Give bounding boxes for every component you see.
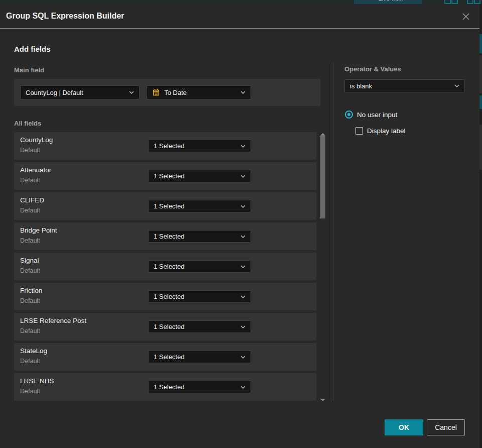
add-fields-heading: Add fields — [14, 45, 51, 53]
field-subtitle: Default — [20, 207, 40, 214]
field-name: CountyLog — [20, 136, 53, 144]
chevron-down-icon — [240, 175, 246, 178]
background-edge-block — [479, 55, 482, 93]
main-field-label: Main field — [14, 66, 44, 74]
field-row: Attenuator Default 1 Selected — [14, 162, 316, 190]
field-selected-dropdown[interactable]: 1 Selected — [148, 200, 251, 212]
calendar-icon — [152, 88, 160, 96]
main-field-date-value: To Date — [164, 89, 187, 96]
field-name: Attenuator — [20, 166, 51, 174]
background-edge-block — [479, 34, 482, 53]
main-field-source-dropdown[interactable]: CountyLog | Default — [20, 85, 140, 99]
field-name: Bridge Point — [20, 227, 57, 234]
scroll-down-button[interactable] — [320, 399, 325, 401]
field-row: StateLog Default 1 Selected — [14, 343, 316, 371]
chevron-down-icon — [240, 145, 246, 148]
close-button[interactable] — [460, 11, 471, 22]
field-name: LRSE Reference Post — [20, 317, 86, 324]
field-selected-dropdown-label: 1 Selected — [154, 353, 184, 361]
field-selected-dropdown[interactable]: 1 Selected — [148, 381, 251, 393]
field-selected-dropdown[interactable]: 1 Selected — [148, 320, 251, 333]
field-selected-dropdown-label: 1 Selected — [154, 263, 184, 270]
ok-button[interactable]: OK — [385, 419, 423, 435]
field-selected-dropdown-label: 1 Selected — [154, 202, 184, 210]
display-label-checkbox[interactable] — [355, 127, 363, 135]
field-selected-dropdown-label: 1 Selected — [154, 142, 184, 150]
main-field-date-dropdown[interactable]: To Date — [147, 85, 251, 99]
close-icon — [461, 12, 470, 21]
field-selected-dropdown[interactable]: 1 Selected — [148, 170, 251, 182]
field-row: Friction Default 1 Selected — [14, 283, 316, 310]
field-selected-dropdown-label: 1 Selected — [154, 323, 184, 330]
group-sql-expression-builder-dialog: Group SQL Expression Builder Add fields … — [0, 4, 479, 448]
chevron-down-icon — [240, 325, 246, 328]
background-edge-block — [479, 95, 482, 109]
field-row: Bridge Point Default 1 Selected — [14, 222, 316, 250]
field-name: StateLog — [20, 347, 47, 355]
field-name: CLIFED — [20, 196, 44, 204]
field-subtitle: Default — [20, 297, 40, 304]
background-panel-icon[interactable] — [467, 0, 473, 4]
field-subtitle: Default — [20, 177, 40, 184]
field-subtitle: Default — [20, 388, 40, 395]
scroll-up-button[interactable] — [320, 133, 325, 136]
field-selected-dropdown-label: 1 Selected — [154, 172, 184, 180]
all-fields-label: All fields — [14, 120, 41, 127]
no-user-input-label: No user input — [357, 111, 397, 119]
background-app-edge — [479, 4, 482, 448]
chevron-down-icon — [129, 91, 134, 94]
field-row: LRSE NHS Default 1 Selected — [14, 373, 316, 401]
field-selected-dropdown[interactable]: 1 Selected — [148, 290, 251, 303]
background-app-bar: Live view — [0, 0, 482, 4]
field-subtitle: Default — [20, 267, 40, 274]
chevron-down-icon — [454, 84, 459, 87]
cancel-button[interactable]: Cancel — [427, 419, 465, 435]
background-panel-icon[interactable] — [474, 0, 480, 4]
field-selected-dropdown[interactable]: 1 Selected — [148, 140, 251, 152]
field-subtitle: Default — [20, 358, 40, 365]
chevron-down-icon — [240, 235, 246, 238]
operator-values-label: Operator & Values — [344, 65, 401, 73]
field-subtitle: Default — [20, 237, 40, 244]
chevron-down-icon — [240, 205, 246, 208]
field-selected-dropdown-label: 1 Selected — [154, 233, 184, 240]
field-selected-dropdown[interactable]: 1 Selected — [148, 230, 251, 243]
background-panel-icon[interactable] — [444, 0, 451, 4]
field-row: CLIFED Default 1 Selected — [14, 192, 316, 220]
chevron-down-icon — [240, 265, 246, 268]
dialog-title-bar: Group SQL Expression Builder — [0, 4, 479, 29]
field-selected-dropdown-label: 1 Selected — [154, 293, 184, 300]
field-subtitle: Default — [20, 327, 40, 334]
live-view-button[interactable]: Live view — [354, 0, 422, 4]
all-fields-list: CountyLog Default 1 Selected Attenuator … — [14, 132, 316, 403]
main-field-source-value: CountyLog | Default — [26, 89, 83, 96]
section-divider — [333, 62, 333, 401]
field-name: Signal — [20, 257, 39, 264]
field-row: LRSE Reference Post Default 1 Selected — [14, 313, 316, 341]
chevron-down-icon — [240, 295, 246, 298]
field-selected-dropdown[interactable]: 1 Selected — [148, 351, 251, 363]
field-row: Signal Default 1 Selected — [14, 253, 316, 280]
chevron-down-icon — [240, 386, 246, 389]
field-selected-dropdown[interactable]: 1 Selected — [148, 260, 251, 273]
live-view-label: Live view — [379, 0, 403, 2]
display-label-label: Display label — [367, 127, 406, 135]
background-panel-icon[interactable] — [451, 0, 458, 4]
field-selected-dropdown-label: 1 Selected — [154, 383, 184, 391]
field-name: Friction — [20, 287, 42, 294]
dialog-title: Group SQL Expression Builder — [6, 12, 124, 21]
operator-dropdown-value: is blank — [350, 82, 372, 90]
field-subtitle: Default — [20, 147, 40, 154]
field-row: CountyLog Default 1 Selected — [14, 132, 316, 160]
field-name: LRSE NHS — [20, 377, 54, 385]
operator-dropdown[interactable]: is blank — [344, 79, 465, 92]
chevron-down-icon — [240, 91, 246, 94]
main-field-panel: CountyLog | Default To Date — [14, 79, 320, 106]
background-edge-block — [479, 125, 482, 170]
no-user-input-radio[interactable] — [345, 110, 353, 119]
scrollbar-thumb[interactable] — [320, 136, 325, 218]
chevron-down-icon — [240, 356, 246, 359]
